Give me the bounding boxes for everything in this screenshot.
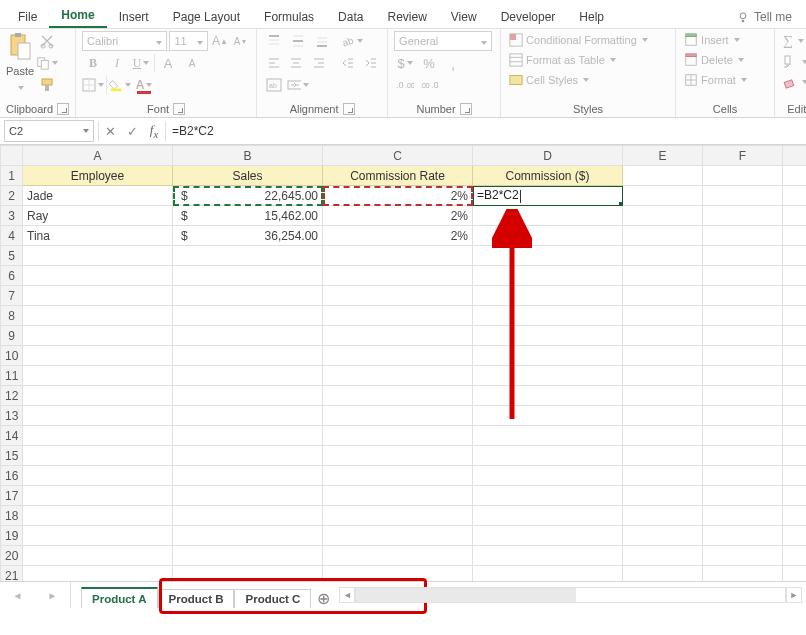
cell-F9[interactable] (703, 326, 783, 346)
cell-E2[interactable] (623, 186, 703, 206)
alignment-launcher[interactable] (343, 103, 355, 115)
cell-F20[interactable] (703, 546, 783, 566)
cell-A18[interactable] (23, 506, 173, 526)
row-header-9[interactable]: 9 (1, 326, 23, 346)
format-cells-button[interactable]: Format (682, 71, 749, 89)
cell-F16[interactable] (703, 466, 783, 486)
row-header-3[interactable]: 3 (1, 206, 23, 226)
cell-F10[interactable] (703, 346, 783, 366)
cell-B19[interactable] (173, 526, 323, 546)
row-header-16[interactable]: 16 (1, 466, 23, 486)
decrease-font-button[interactable]: A▼ (231, 31, 250, 51)
cell-F5[interactable] (703, 246, 783, 266)
cell-G17[interactable] (783, 486, 807, 506)
cell-B7[interactable] (173, 286, 323, 306)
cell-B4[interactable]: $36,254.00 (173, 226, 323, 246)
sheet-tab-product-c[interactable]: Product C (234, 589, 311, 608)
insert-function-button[interactable]: fx (143, 121, 165, 141)
cell-C2[interactable]: 2% (323, 186, 473, 206)
number-format-select[interactable]: General (394, 31, 492, 51)
cell-B10[interactable] (173, 346, 323, 366)
comma-format-button[interactable]: , (442, 53, 464, 73)
menu-tab-home[interactable]: Home (49, 4, 106, 28)
cell-E1[interactable] (623, 166, 703, 186)
column-header-D[interactable]: D (473, 146, 623, 166)
cell-C19[interactable] (323, 526, 473, 546)
cell-B15[interactable] (173, 446, 323, 466)
accounting-format-button[interactable]: $ (394, 53, 416, 73)
cell-A12[interactable] (23, 386, 173, 406)
cell-C5[interactable] (323, 246, 473, 266)
cell-G18[interactable] (783, 506, 807, 526)
cell-D13[interactable] (473, 406, 623, 426)
cell-A17[interactable] (23, 486, 173, 506)
row-header-21[interactable]: 21 (1, 566, 23, 582)
cell-D18[interactable] (473, 506, 623, 526)
menu-tab-file[interactable]: File (6, 6, 49, 28)
conditional-formatting-button[interactable]: Conditional Formatting (507, 31, 650, 49)
column-header-E[interactable]: E (623, 146, 703, 166)
clear-button[interactable] (781, 73, 806, 91)
cell-F11[interactable] (703, 366, 783, 386)
cell-D20[interactable] (473, 546, 623, 566)
font-launcher[interactable] (173, 103, 185, 115)
cell-C17[interactable] (323, 486, 473, 506)
cell-B5[interactable] (173, 246, 323, 266)
cell-G5[interactable] (783, 246, 807, 266)
increase-decimal-button[interactable]: .0.00 (394, 75, 416, 95)
cell-B17[interactable] (173, 486, 323, 506)
sheet-tab-product-a[interactable]: Product A (81, 587, 158, 608)
cell-C6[interactable] (323, 266, 473, 286)
increase-font-button[interactable]: A▲ (210, 31, 229, 51)
copy-button[interactable] (36, 53, 58, 73)
cell-A8[interactable] (23, 306, 173, 326)
cell-E15[interactable] (623, 446, 703, 466)
borders-button[interactable] (82, 75, 104, 95)
cell-D9[interactable] (473, 326, 623, 346)
menu-tab-insert[interactable]: Insert (107, 6, 161, 28)
name-box[interactable]: C2 (4, 120, 94, 142)
cell-A5[interactable] (23, 246, 173, 266)
font-grow-button[interactable]: A (157, 53, 179, 73)
cell-B2[interactable]: $22,645.00 (173, 186, 323, 206)
row-header-14[interactable]: 14 (1, 426, 23, 446)
autosum-button[interactable]: ∑ (781, 31, 806, 51)
cell-A6[interactable] (23, 266, 173, 286)
menu-tab-data[interactable]: Data (326, 6, 375, 28)
cell-E9[interactable] (623, 326, 703, 346)
cell-E5[interactable] (623, 246, 703, 266)
cell-D2[interactable]: =B2*C2 (473, 186, 623, 206)
cell-C8[interactable] (323, 306, 473, 326)
decrease-indent-button[interactable] (337, 53, 358, 73)
fill-color-button[interactable] (109, 75, 131, 95)
cell-E19[interactable] (623, 526, 703, 546)
cell-B3[interactable]: $15,462.00 (173, 206, 323, 226)
cell-B8[interactable] (173, 306, 323, 326)
cell-C18[interactable] (323, 506, 473, 526)
cell-G10[interactable] (783, 346, 807, 366)
cell-E3[interactable] (623, 206, 703, 226)
cell-G20[interactable] (783, 546, 807, 566)
cell-E21[interactable] (623, 566, 703, 582)
cell-D4[interactable] (473, 226, 623, 246)
align-center-button[interactable] (286, 53, 307, 73)
cell-C9[interactable] (323, 326, 473, 346)
cell-C12[interactable] (323, 386, 473, 406)
cell-D3[interactable] (473, 206, 623, 226)
cell-F13[interactable] (703, 406, 783, 426)
menu-tab-review[interactable]: Review (375, 6, 438, 28)
cell-A19[interactable] (23, 526, 173, 546)
merge-center-button[interactable] (287, 75, 309, 95)
paste-button[interactable]: Paste (6, 31, 34, 85)
font-size-select[interactable]: 11 (169, 31, 208, 51)
row-header-7[interactable]: 7 (1, 286, 23, 306)
cell-F1[interactable] (703, 166, 783, 186)
cell-F15[interactable] (703, 446, 783, 466)
cell-E8[interactable] (623, 306, 703, 326)
format-painter-button[interactable] (36, 75, 58, 95)
cell-F8[interactable] (703, 306, 783, 326)
formula-cancel-button[interactable]: ✕ (99, 121, 121, 141)
cell-A3[interactable]: Ray (23, 206, 173, 226)
row-header-20[interactable]: 20 (1, 546, 23, 566)
row-header-1[interactable]: 1 (1, 166, 23, 186)
